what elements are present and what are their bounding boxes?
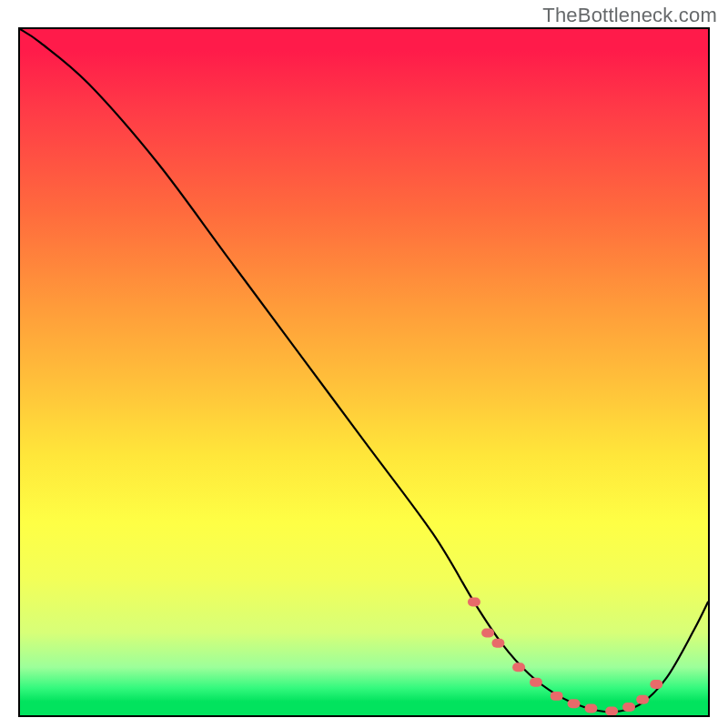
marker-dot [585,703,598,713]
marker-dot [650,680,662,689]
marker-dot [512,662,525,672]
chart-svg [20,29,708,715]
marker-dot [568,699,581,708]
marker-dot [551,692,563,701]
marker-dot [622,703,635,712]
marker-dot [530,678,542,687]
chart-container: TheBottleneck.com [0,0,728,728]
marker-dot [636,695,649,704]
plot-area [18,27,710,717]
marker-dot [481,629,494,638]
marker-dot [605,707,618,715]
bottleneck-curve [20,29,708,712]
marker-dot [491,639,504,648]
watermark-text: TheBottleneck.com [542,4,717,27]
marker-dot [468,598,480,607]
curve-markers [468,598,662,715]
